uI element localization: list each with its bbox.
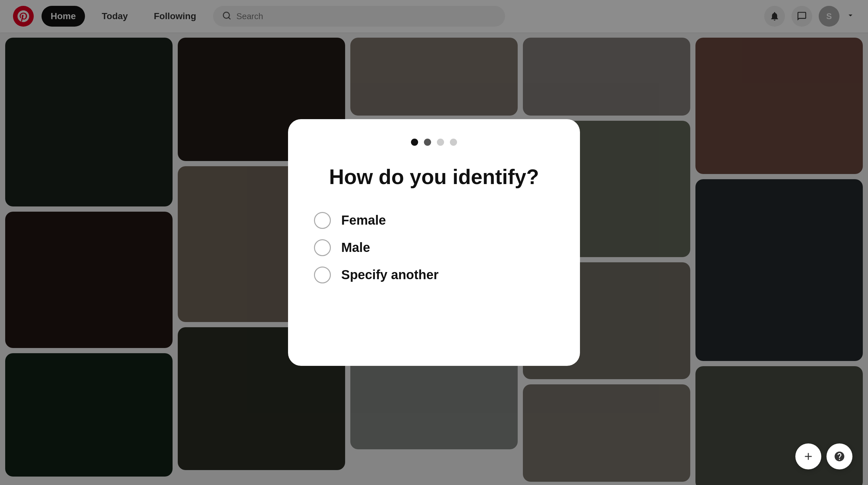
- modal-title: How do you identify?: [329, 165, 539, 189]
- specify-another-option[interactable]: Specify another: [314, 266, 554, 283]
- step-dot-1: [411, 139, 418, 146]
- female-option[interactable]: Female: [314, 212, 554, 229]
- female-radio[interactable]: [314, 212, 331, 229]
- specify-another-label: Specify another: [341, 267, 438, 282]
- identity-modal: How do you identify? Female Male Specify…: [288, 119, 580, 366]
- male-radio[interactable]: [314, 239, 331, 256]
- radio-group: Female Male Specify another: [314, 212, 554, 283]
- step-dots: [411, 139, 457, 146]
- add-button[interactable]: [795, 444, 821, 469]
- step-dot-3: [437, 139, 444, 146]
- male-option[interactable]: Male: [314, 239, 554, 256]
- help-button[interactable]: [827, 444, 852, 469]
- specify-another-radio[interactable]: [314, 266, 331, 283]
- modal-overlay[interactable]: How do you identify? Female Male Specify…: [0, 0, 868, 485]
- male-label: Male: [341, 240, 370, 255]
- step-dot-2: [424, 139, 431, 146]
- step-dot-4: [450, 139, 457, 146]
- action-buttons: [795, 444, 852, 469]
- female-label: Female: [341, 213, 386, 228]
